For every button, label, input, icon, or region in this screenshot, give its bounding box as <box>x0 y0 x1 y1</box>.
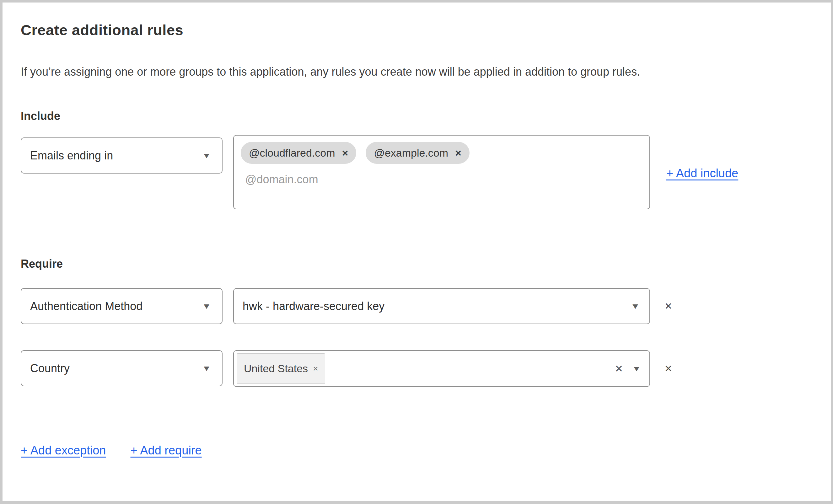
include-selector-value: Emails ending in <box>30 149 113 162</box>
email-chip-label: @example.com <box>374 147 448 159</box>
add-exception-link[interactable]: + Add exception <box>21 444 106 457</box>
require-section-heading: Require <box>21 257 831 271</box>
require-selector-value: Authentication Method <box>30 300 142 313</box>
chip-remove-icon[interactable]: × <box>455 147 461 158</box>
require-rule-row-country: Country ▼ United States × ✕ ▼ ✕ <box>21 350 831 387</box>
email-chips-row: @cloudflared.com × @example.com × <box>241 142 642 164</box>
auth-method-value: hwk - hardware-secured key <box>243 300 384 313</box>
chevron-down-icon: ▼ <box>202 302 211 310</box>
email-chip: @cloudflared.com × <box>241 142 356 164</box>
country-chip: United States × <box>237 353 325 384</box>
chevron-down-icon: ▼ <box>632 365 641 373</box>
require-selector-value: Country <box>30 362 70 375</box>
include-rule-row: Emails ending in ▼ @cloudflared.com × @e… <box>21 138 831 209</box>
chip-remove-icon[interactable]: × <box>313 364 318 373</box>
country-chip-label: United States <box>244 362 308 375</box>
remove-rule-icon[interactable]: ✕ <box>664 302 672 311</box>
chevron-down-icon: ▼ <box>630 302 640 310</box>
add-require-link[interactable]: + Add require <box>130 444 202 457</box>
chevron-down-icon: ▼ <box>202 151 211 160</box>
page-title: Create additional rules <box>21 21 831 39</box>
clear-selection-icon[interactable]: ✕ <box>615 364 623 374</box>
footer-links: + Add exception + Add require <box>21 444 831 457</box>
email-chip: @example.com × <box>366 142 470 164</box>
require-selector-dropdown[interactable]: Country ▼ <box>21 350 222 386</box>
create-additional-rules-panel: Create additional rules If you’re assign… <box>2 2 831 501</box>
chip-remove-icon[interactable]: × <box>342 147 349 158</box>
add-include-link[interactable]: + Add include <box>666 167 738 180</box>
page-description: If you’re assigning one or more groups t… <box>21 61 805 83</box>
country-multiselect[interactable]: United States × ✕ ▼ <box>233 350 650 387</box>
chevron-down-icon: ▼ <box>202 364 211 372</box>
email-tags-input-box[interactable]: @cloudflared.com × @example.com × <box>233 135 650 209</box>
include-section-heading: Include <box>21 109 831 123</box>
auth-method-value-dropdown[interactable]: hwk - hardware-secured key ▼ <box>233 288 650 324</box>
remove-rule-icon[interactable]: ✕ <box>664 364 672 374</box>
email-domain-input[interactable] <box>244 173 622 186</box>
require-selector-dropdown[interactable]: Authentication Method ▼ <box>21 288 222 324</box>
require-rule-row-auth-method: Authentication Method ▼ hwk - hardware-s… <box>21 288 831 324</box>
multiselect-controls: ✕ ▼ <box>615 364 641 374</box>
include-selector-dropdown[interactable]: Emails ending in ▼ <box>21 138 222 173</box>
email-chip-label: @cloudflared.com <box>249 147 335 159</box>
